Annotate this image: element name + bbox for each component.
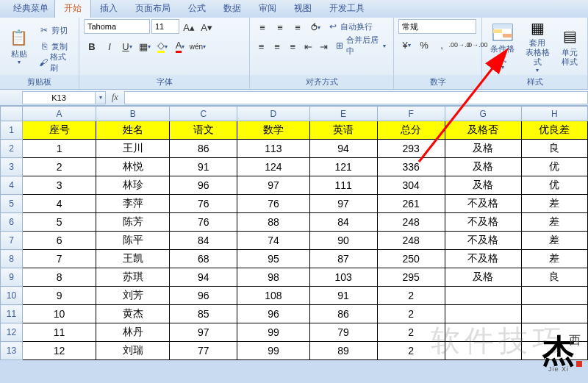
cell[interactable]: 林丹 bbox=[96, 323, 170, 342]
cell[interactable] bbox=[521, 305, 587, 323]
cell[interactable]: 陈平 bbox=[96, 232, 170, 250]
wrap-text-button[interactable]: ↩自动换行 bbox=[325, 19, 376, 34]
cell[interactable]: 94 bbox=[309, 140, 377, 158]
row-header[interactable]: 13 bbox=[1, 342, 23, 360]
col-header[interactable]: B bbox=[96, 107, 170, 121]
cell[interactable]: 84 bbox=[309, 213, 377, 232]
align-middle-button[interactable]: ≡ bbox=[272, 19, 288, 35]
cell[interactable]: 261 bbox=[377, 195, 445, 213]
fill-color-button[interactable]: ◇▾ bbox=[154, 38, 171, 54]
cell[interactable]: 2 bbox=[23, 158, 96, 176]
cell[interactable] bbox=[445, 342, 521, 360]
cell[interactable]: 林珍 bbox=[96, 176, 170, 195]
cell[interactable]: 295 bbox=[377, 268, 445, 287]
cell[interactable]: 及格否 bbox=[445, 121, 521, 140]
cell[interactable]: 113 bbox=[237, 140, 309, 158]
cell[interactable]: 总分 bbox=[377, 121, 445, 140]
formula-bar[interactable] bbox=[124, 91, 588, 104]
cell[interactable]: 林悦 bbox=[96, 158, 170, 176]
decrease-indent-button[interactable]: ⇤ bbox=[301, 38, 315, 54]
cell[interactable]: 2 bbox=[377, 287, 445, 305]
cell[interactable]: 李萍 bbox=[96, 195, 170, 213]
cell[interactable]: 98 bbox=[237, 268, 309, 287]
cell[interactable]: 250 bbox=[377, 250, 445, 268]
cell[interactable]: 96 bbox=[237, 305, 309, 323]
cell[interactable]: 84 bbox=[170, 232, 237, 250]
cell[interactable]: 91 bbox=[309, 287, 377, 305]
col-header[interactable]: H bbox=[521, 107, 587, 121]
row-header[interactable]: 12 bbox=[1, 323, 23, 342]
cell[interactable]: 2 bbox=[377, 323, 445, 342]
cell[interactable]: 1 bbox=[23, 140, 96, 158]
tab-review[interactable]: 审阅 bbox=[250, 0, 285, 18]
col-header[interactable]: E bbox=[309, 107, 377, 121]
col-header[interactable]: G bbox=[445, 107, 521, 121]
tab-page-layout[interactable]: 页面布局 bbox=[126, 0, 179, 18]
cell[interactable]: 12 bbox=[23, 342, 96, 360]
cell[interactable]: 不及格 bbox=[445, 232, 521, 250]
cell[interactable]: 良 bbox=[521, 140, 587, 158]
cell[interactable]: 99 bbox=[237, 342, 309, 360]
cell[interactable]: 优 bbox=[521, 176, 587, 195]
cell[interactable]: 英语 bbox=[309, 121, 377, 140]
cell[interactable]: 11 bbox=[23, 323, 96, 342]
font-size-select[interactable] bbox=[151, 19, 179, 34]
cell[interactable]: 76 bbox=[237, 195, 309, 213]
cell[interactable]: 数学 bbox=[237, 121, 309, 140]
tab-data[interactable]: 数据 bbox=[215, 0, 250, 18]
name-box-dropdown[interactable]: ▾ bbox=[96, 91, 106, 104]
number-format-select[interactable] bbox=[398, 19, 476, 34]
cell[interactable]: 陈芳 bbox=[96, 213, 170, 232]
row-header[interactable]: 1 bbox=[1, 121, 23, 140]
cell[interactable]: 90 bbox=[309, 232, 377, 250]
cell[interactable]: 74 bbox=[237, 232, 309, 250]
decrease-font-button[interactable]: A▾ bbox=[198, 19, 215, 35]
cell[interactable]: 76 bbox=[170, 213, 237, 232]
cell[interactable]: 293 bbox=[377, 140, 445, 158]
cell[interactable]: 2 bbox=[377, 342, 445, 360]
cell[interactable]: 85 bbox=[170, 305, 237, 323]
cell-styles-button[interactable]: ▤ 单元样式 bbox=[556, 21, 583, 72]
cell[interactable]: 96 bbox=[170, 287, 237, 305]
cell[interactable]: 刘芳 bbox=[96, 287, 170, 305]
cell[interactable]: 不及格 bbox=[445, 195, 521, 213]
col-header[interactable]: F bbox=[377, 107, 445, 121]
align-right-button[interactable]: ≡ bbox=[286, 38, 300, 54]
cell[interactable]: 8 bbox=[23, 268, 96, 287]
row-header[interactable]: 10 bbox=[1, 287, 23, 305]
orientation-button[interactable]: ⥀▾ bbox=[307, 19, 323, 35]
cell[interactable]: 王川 bbox=[96, 140, 170, 158]
cell[interactable]: 黄杰 bbox=[96, 305, 170, 323]
row-header[interactable]: 8 bbox=[1, 250, 23, 268]
underline-button[interactable]: U▾ bbox=[119, 38, 135, 54]
cell[interactable]: 2 bbox=[377, 305, 445, 323]
cell[interactable]: 89 bbox=[309, 342, 377, 360]
cell[interactable]: 差 bbox=[521, 213, 587, 232]
cell[interactable]: 6 bbox=[23, 232, 96, 250]
tab-insert[interactable]: 插入 bbox=[91, 0, 126, 18]
cell[interactable] bbox=[445, 305, 521, 323]
tab-formulas[interactable]: 公式 bbox=[179, 0, 215, 18]
cell[interactable]: 77 bbox=[170, 342, 237, 360]
cell[interactable]: 差 bbox=[521, 232, 587, 250]
name-box[interactable] bbox=[22, 91, 96, 104]
select-all-corner[interactable] bbox=[1, 107, 23, 121]
increase-font-button[interactable]: A▴ bbox=[181, 19, 197, 35]
cell[interactable]: 95 bbox=[237, 250, 309, 268]
cell[interactable]: 111 bbox=[309, 176, 377, 195]
cell[interactable]: 304 bbox=[377, 176, 445, 195]
row-header[interactable]: 5 bbox=[1, 195, 23, 213]
conditional-format-button[interactable]: 条件格式 ▾ bbox=[487, 21, 519, 72]
font-color-button[interactable]: A▾ bbox=[172, 38, 188, 54]
cell[interactable]: 王凯 bbox=[96, 250, 170, 268]
cell[interactable]: 94 bbox=[170, 268, 237, 287]
currency-button[interactable]: ¥▾ bbox=[398, 37, 415, 53]
row-header[interactable]: 11 bbox=[1, 305, 23, 323]
cell[interactable]: 及格 bbox=[445, 140, 521, 158]
row-header[interactable]: 6 bbox=[1, 213, 23, 232]
percent-button[interactable]: % bbox=[416, 37, 432, 53]
phonetic-button[interactable]: wén▾ bbox=[190, 38, 206, 54]
cell[interactable]: 7 bbox=[23, 250, 96, 268]
cell[interactable]: 87 bbox=[309, 250, 377, 268]
cell[interactable]: 优良差 bbox=[521, 121, 587, 140]
